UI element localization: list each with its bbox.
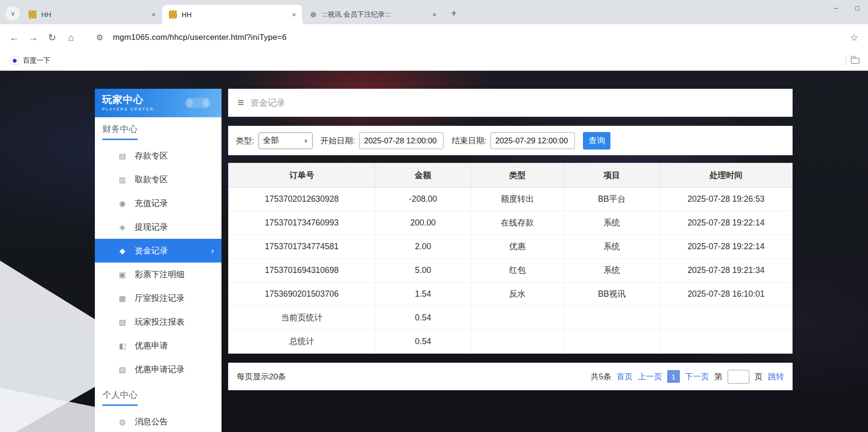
table-row: 1753701734774581 2.00 优惠 系统 2025-07-28 1…	[229, 235, 792, 258]
column-header-project: 项目	[564, 163, 660, 187]
recharge-icon: ◉	[118, 199, 127, 208]
home-button[interactable]: ⌂	[63, 29, 80, 46]
current-page-indicator[interactable]: 1	[667, 370, 680, 383]
tab-close-icon[interactable]: ×	[289, 10, 299, 19]
bookmark-star-icon[interactable]: ☆	[846, 29, 862, 46]
baidu-favicon	[10, 56, 19, 65]
forward-button[interactable]: →	[25, 29, 42, 46]
sidebar-item-label: 取款专区	[135, 174, 168, 185]
column-header-order-no: 订单号	[229, 163, 375, 187]
menu-burger-icon[interactable]: ≡	[238, 97, 244, 108]
table-cell: 1753690201503706	[229, 282, 375, 306]
minimize-button[interactable]: −	[825, 0, 847, 16]
tab-hh-2-active[interactable]: HH ×	[162, 5, 303, 24]
sidebar-item-player-bet-report[interactable]: ▧ 玩家投注报表	[95, 310, 222, 334]
sidebar-item-funds-record[interactable]: ◆ 资金记录 ›	[95, 239, 222, 263]
table-cell: 2025-07-28 19:21:34	[660, 258, 792, 282]
table-cell: 0.54	[375, 306, 471, 329]
jump-label-post: 页	[755, 371, 763, 382]
reload-button[interactable]: ↻	[44, 29, 61, 46]
player-center-sidebar: 玩家中心 PLAYERS CENTER 财务中心 ▤ 存款专区 ▥ 取款专区 ◉…	[95, 89, 222, 432]
sidebar-body: 财务中心 ▤ 存款专区 ▥ 取款专区 ◉ 充值记录 ◈ 提现记录 ◆ 资金记录 …	[95, 117, 222, 432]
sidebar-item-label: 彩票下注明细	[135, 269, 185, 280]
search-button[interactable]: 查询	[583, 132, 610, 150]
bookmark-baidu[interactable]: 百度一下	[7, 54, 54, 67]
funds-record-table: 订单号 金额 类型 项目 处理时间 1753702012630928 -208.…	[229, 163, 792, 353]
table-cell: 额度转出	[471, 187, 564, 211]
page-jump-input[interactable]	[728, 370, 749, 384]
other-bookmarks-folder-icon[interactable]	[851, 58, 859, 64]
tab-search-button[interactable]: ∨	[6, 6, 20, 20]
sidebar-item-withdraw[interactable]: ▥ 取款专区	[95, 168, 222, 191]
table-cell: -208.00	[375, 187, 471, 211]
table-cell	[471, 329, 564, 353]
sidebar-item-label: 优惠申请	[135, 340, 168, 351]
navigation-bar: ← → ↻ ⌂ ⚙ mgm1065.com/hhcp/usercenter.ht…	[0, 24, 868, 51]
sidebar-item-promo-apply[interactable]: ◧ 优惠申请	[95, 334, 222, 357]
table-cell	[660, 306, 792, 329]
table-row: 1753701694310698 5.00 红包 系统 2025-07-28 1…	[229, 258, 792, 282]
type-label: 类型:	[236, 135, 254, 146]
address-bar[interactable]: mgm1065.com/hhcp/usercenter.html?iniType…	[113, 33, 844, 42]
tab-hh-1[interactable]: HH ×	[22, 5, 162, 24]
table-cell: 系统	[564, 211, 660, 235]
table-cell: 1753701734760993	[229, 211, 375, 235]
table-cell: 系统	[564, 235, 660, 258]
tab-close-icon[interactable]: ×	[149, 10, 158, 19]
table-cell: 1753702012630928	[229, 187, 375, 211]
sidebar-item-label: 存款专区	[135, 150, 168, 161]
hall-bet-icon: ▦	[118, 294, 127, 303]
table-cell: 1753701694310698	[229, 258, 375, 282]
hh-favicon	[169, 10, 177, 19]
table-cell: 1753701734774581	[229, 235, 375, 258]
table-cell	[564, 329, 660, 353]
table-cell: 5.00	[375, 258, 471, 282]
sidebar-item-hall-bet-record[interactable]: ▦ 厅室投注记录	[95, 286, 222, 310]
section-title-personal: 个人中心	[95, 389, 222, 401]
tab-close-icon[interactable]: ×	[430, 10, 439, 19]
next-page-link[interactable]: 下一页	[685, 371, 709, 382]
column-header-amount: 金额	[375, 163, 471, 187]
sidebar-item-withdrawal-record[interactable]: ◈ 提现记录	[95, 215, 222, 239]
jump-button[interactable]: 跳转	[768, 371, 784, 382]
lottery-icon: ▣	[118, 270, 127, 279]
sidebar-item-label: 厅室投注记录	[135, 292, 185, 304]
table-cell: 在线存款	[471, 211, 564, 235]
type-select-value: 全部	[263, 135, 279, 146]
first-page-link[interactable]: 首页	[617, 371, 633, 382]
start-date-input[interactable]	[359, 132, 443, 149]
new-tab-button[interactable]: +	[447, 6, 461, 20]
sidebar-item-recharge-record[interactable]: ◉ 充值记录	[95, 191, 222, 215]
bookmark-label: 百度一下	[23, 56, 50, 65]
deposit-card-icon: ▤	[118, 151, 127, 160]
hh-favicon	[28, 10, 37, 19]
gamepad-graphic	[181, 92, 215, 114]
maximize-button[interactable]: □	[847, 0, 868, 16]
withdrawal-icon: ◈	[118, 223, 127, 232]
sidebar-item-promo-apply-record[interactable]: ▨ 优惠申请记录	[95, 357, 222, 381]
report-icon: ▧	[118, 318, 127, 327]
table-cell: 0.54	[375, 329, 471, 353]
per-page-text: 每页显示20条	[237, 371, 286, 382]
tab-label: HH	[41, 11, 149, 19]
window-controls: − □	[825, 0, 868, 16]
sidebar-item-lottery-bet-detail[interactable]: ▣ 彩票下注明细	[95, 263, 222, 286]
type-select[interactable]: 全部 ∨	[259, 132, 313, 149]
sidebar-item-label: 提现记录	[135, 221, 168, 233]
table-cell: 反水	[471, 282, 564, 306]
tab-video-records[interactable]: ⊕ :::视讯 会员下注纪录::: ×	[303, 5, 443, 24]
end-date-input[interactable]	[490, 132, 575, 149]
site-info-icon[interactable]: ⚙	[92, 30, 107, 45]
tab-label: :::视讯 会员下注纪录:::	[322, 10, 430, 19]
prev-page-link[interactable]: 上一页	[638, 371, 662, 382]
table-cell	[564, 306, 660, 329]
table-cell: 2025-07-28 19:26:53	[660, 187, 792, 211]
sidebar-item-deposit[interactable]: ▤ 存款专区	[95, 144, 222, 168]
promo-icon: ◧	[118, 341, 127, 350]
column-header-type: 类型	[471, 163, 564, 187]
funds-icon: ◆	[118, 246, 127, 255]
tab-strip: ∨ HH × HH × ⊕ :::视讯 会员下注纪录::: × + − □	[0, 0, 868, 24]
sidebar-item-message-notice[interactable]: ◍ 消息公告	[95, 410, 222, 432]
column-header-time: 处理时间	[660, 163, 792, 187]
back-button[interactable]: ←	[6, 29, 23, 46]
